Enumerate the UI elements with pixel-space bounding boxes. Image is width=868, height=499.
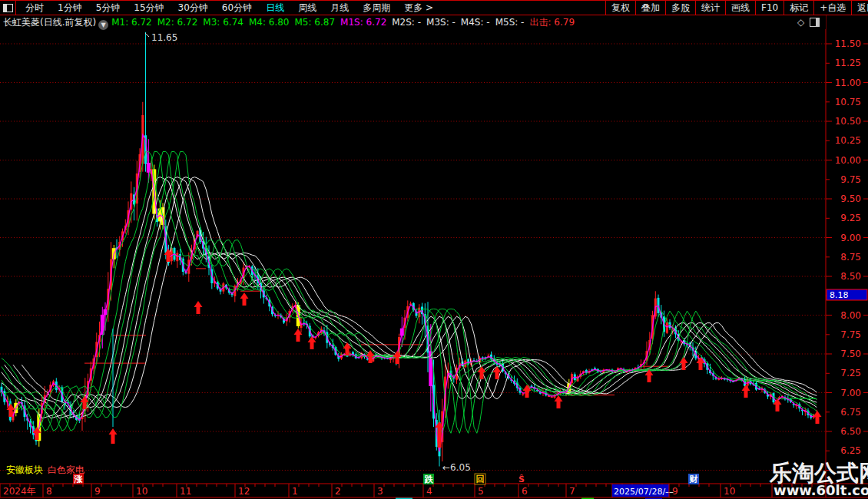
- button-画线[interactable]: 画线: [725, 1, 756, 15]
- svg-text:11.65: 11.65: [151, 32, 177, 43]
- button-F10[interactable]: F10: [755, 1, 784, 15]
- svg-text:9: 9: [94, 486, 101, 497]
- svg-text:11.25: 11.25: [835, 58, 861, 68]
- svg-text:8: 8: [46, 486, 52, 497]
- tab-分时[interactable]: 分时: [18, 1, 51, 15]
- indicator-value-M2: M2: 6.72: [157, 17, 198, 28]
- svg-text:7: 7: [569, 486, 575, 497]
- svg-text:跌: 跌: [425, 474, 434, 484]
- tab-15分钟[interactable]: 15分钟: [127, 1, 171, 15]
- tab-60分钟[interactable]: 60分钟: [215, 1, 259, 15]
- indicator-value-M4: M4: 6.80: [249, 17, 290, 28]
- svg-text:涨: 涨: [74, 474, 84, 484]
- tab-5分钟[interactable]: 5分钟: [89, 1, 128, 15]
- svg-text:12: 12: [238, 486, 250, 497]
- svg-text:白色家电: 白色家电: [48, 464, 84, 475]
- svg-text:6.75: 6.75: [840, 407, 861, 418]
- svg-text:2025/07/28/—: 2025/07/28/—: [614, 487, 674, 497]
- svg-text:10.50: 10.50: [835, 116, 861, 127]
- signal-flag-markers[interactable]: 涨跌回Ŝ财: [73, 474, 699, 484]
- button-复权[interactable]: 复权: [605, 1, 636, 15]
- svg-text:2: 2: [335, 486, 341, 497]
- indicator-value-M1: M1: 6.72: [111, 17, 152, 28]
- svg-text:11: 11: [180, 486, 191, 497]
- svg-text:5: 5: [478, 486, 484, 497]
- gridlines: [0, 44, 826, 471]
- instrument-title: 长虹美菱(日线.前复权): [3, 17, 96, 28]
- svg-text:1: 1: [292, 486, 298, 497]
- indicator-value-M3: M3: 6.74: [203, 17, 244, 28]
- main-chart-canvas[interactable]: 11.65←6.0511.5011.2511.0010.7510.5010.25…: [0, 0, 868, 499]
- button-统计[interactable]: 统计: [695, 1, 726, 15]
- svg-text:6: 6: [522, 486, 528, 497]
- tab-1分钟[interactable]: 1分钟: [51, 1, 89, 15]
- indicator-value-M4S: M4S: -: [461, 17, 490, 28]
- indicator-value-M2S: M2S: -: [392, 17, 421, 28]
- indicator-value-M5: M5: 6.87: [295, 17, 336, 28]
- svg-text:www.60lt.com: www.60lt.com: [774, 482, 868, 498]
- button-+自选[interactable]: +自选: [813, 1, 852, 15]
- svg-text:3: 3: [377, 486, 383, 497]
- svg-text:10: 10: [136, 486, 147, 497]
- svg-text:←6.05: ←6.05: [442, 462, 471, 473]
- svg-text:7.25: 7.25: [840, 368, 861, 378]
- diamond-icon[interactable]: ◇: [797, 15, 804, 29]
- button-叠加[interactable]: 叠加: [635, 1, 666, 15]
- indicator-value-M1S: M1S: 6.72: [340, 17, 386, 28]
- sector-labels[interactable]: 安徽板块白色家电: [6, 464, 84, 475]
- svg-text:8.18: 8.18: [830, 290, 849, 300]
- tab-月线[interactable]: 月线: [323, 1, 356, 15]
- tab-日线[interactable]: 日线: [259, 1, 291, 15]
- svg-text:8.00: 8.00: [840, 310, 861, 321]
- button-标记[interactable]: 标记: [784, 1, 814, 15]
- timeframe-tabs: 分时1分钟5分钟15分钟30分钟60分钟日线周线月线多周期更多 >: [18, 1, 440, 15]
- svg-text:10: 10: [724, 486, 735, 497]
- svg-text:安徽板块: 安徽板块: [6, 464, 43, 475]
- button-多股[interactable]: 多股: [665, 1, 696, 15]
- svg-text:回: 回: [476, 474, 485, 484]
- button-返回[interactable]: 返回: [851, 1, 868, 15]
- ma-ribbon-layer: [2, 134, 817, 451]
- indicator-value-出击: 出击: 6.79: [529, 17, 575, 28]
- tab-多周期[interactable]: 多周期: [356, 1, 397, 15]
- plot-area[interactable]: [1, 32, 822, 467]
- svg-text:6.50: 6.50: [840, 426, 861, 437]
- infobar-icons: ◇: [797, 15, 820, 29]
- price-annotations: 11.65←6.05: [145, 32, 471, 473]
- tab-更多 >[interactable]: 更多 >: [397, 1, 440, 15]
- svg-text:8.75: 8.75: [840, 252, 861, 263]
- svg-text:7.75: 7.75: [840, 329, 861, 340]
- indicator-info-bar: 长虹美菱(日线.前复权)▼M1: 6.72M2: 6.72M3: 6.74M4:…: [0, 15, 826, 29]
- trading-terminal-window: 11.65←6.0511.5011.2511.0010.7510.5010.25…: [0, 0, 868, 499]
- svg-text:11.00: 11.00: [835, 78, 861, 88]
- indicator-value-M5S: M5S: -: [495, 17, 525, 28]
- svg-text:Ŝ: Ŝ: [518, 474, 525, 484]
- toolbar-action-buttons: 复权叠加多股统计画线F10标记+自选返回: [606, 1, 868, 15]
- time-axis: 2024年8910111212345672025/07/28/—910: [0, 484, 868, 499]
- svg-text:财: 财: [689, 474, 698, 484]
- svg-text:2024年: 2024年: [3, 486, 36, 497]
- svg-text:7.50: 7.50: [840, 349, 861, 359]
- indicator-value-M3S: M3S: -: [426, 17, 456, 28]
- svg-text:8.50: 8.50: [840, 271, 861, 282]
- chevron-down-circle-icon[interactable]: ▼: [98, 20, 108, 30]
- tab-30分钟[interactable]: 30分钟: [171, 1, 215, 15]
- price-axis: 11.5011.2511.0010.7510.5010.2510.009.759…: [826, 15, 868, 497]
- ma-values: M1: 6.72M2: 6.72M3: 6.74M4: 6.80M5: 6.87…: [111, 17, 580, 28]
- svg-text:4: 4: [426, 486, 432, 497]
- window-split-icon[interactable]: [0, 1, 16, 15]
- timeframe-toolbar: 分时1分钟5分钟15分钟30分钟60分钟日线周线月线多周期更多 > 复权叠加多股…: [0, 0, 868, 15]
- watermark: 乐淘公式网www.60lt.com: [769, 460, 868, 498]
- svg-text:9.50: 9.50: [840, 193, 861, 204]
- split-view-icon[interactable]: [810, 18, 820, 27]
- svg-text:9.75: 9.75: [840, 174, 861, 185]
- svg-text:7.00: 7.00: [840, 388, 861, 398]
- tab-周线[interactable]: 周线: [291, 1, 323, 15]
- window-split-icon-glyph: [3, 4, 13, 12]
- svg-text:9.00: 9.00: [840, 233, 861, 243]
- svg-text:10.25: 10.25: [835, 135, 861, 146]
- svg-text:9: 9: [672, 486, 678, 497]
- price-tag: 8.18: [827, 289, 867, 300]
- svg-text:9.25: 9.25: [840, 213, 861, 223]
- svg-text:6.25: 6.25: [840, 445, 861, 456]
